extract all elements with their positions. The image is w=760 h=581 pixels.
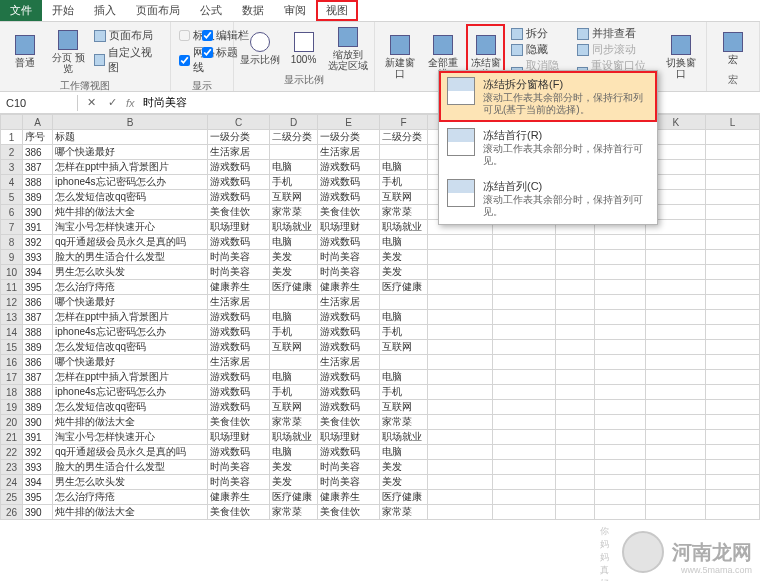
- cell[interactable]: [706, 475, 760, 490]
- tab-home[interactable]: 开始: [42, 0, 84, 21]
- cell[interactable]: 游戏数码: [208, 160, 270, 175]
- cell[interactable]: [595, 355, 646, 370]
- cell[interactable]: [706, 190, 760, 205]
- cell[interactable]: [555, 340, 595, 355]
- cell[interactable]: 男生怎么吹头发: [53, 475, 208, 490]
- cell[interactable]: 哪个快递最好: [53, 145, 208, 160]
- cell[interactable]: [706, 400, 760, 415]
- cell[interactable]: [428, 490, 493, 505]
- cell[interactable]: [428, 235, 493, 250]
- name-box[interactable]: C10: [0, 95, 78, 111]
- cell[interactable]: [428, 400, 493, 415]
- freeze-first-col-item[interactable]: 冻结首列(C)滚动工作表其余部分时，保持首列可见。: [439, 173, 657, 224]
- cell[interactable]: [270, 295, 318, 310]
- cell[interactable]: [595, 385, 646, 400]
- cell[interactable]: [555, 430, 595, 445]
- row-header[interactable]: 24: [1, 475, 23, 490]
- tab-insert[interactable]: 插入: [84, 0, 126, 21]
- cell[interactable]: 392: [23, 235, 53, 250]
- cell[interactable]: [646, 310, 706, 325]
- cell[interactable]: [555, 250, 595, 265]
- cell[interactable]: [706, 490, 760, 505]
- cell[interactable]: 生活家居: [208, 295, 270, 310]
- cell[interactable]: 游戏数码: [208, 325, 270, 340]
- cell[interactable]: [428, 445, 493, 460]
- row-header[interactable]: 17: [1, 370, 23, 385]
- pagelayout-button[interactable]: 页面布局: [94, 28, 162, 43]
- cell[interactable]: [555, 490, 595, 505]
- cell[interactable]: [428, 385, 493, 400]
- tab-file[interactable]: 文件: [0, 0, 42, 21]
- cell[interactable]: [646, 340, 706, 355]
- cell[interactable]: 怎样在ppt中插入背景图片: [53, 160, 208, 175]
- cell[interactable]: [428, 250, 493, 265]
- cell[interactable]: [428, 460, 493, 475]
- cell[interactable]: [646, 295, 706, 310]
- cell[interactable]: [595, 265, 646, 280]
- cell[interactable]: [428, 295, 493, 310]
- cell[interactable]: 390: [23, 505, 53, 520]
- cell[interactable]: qq开通超级会员永久是真的吗: [53, 445, 208, 460]
- row-header[interactable]: 7: [1, 220, 23, 235]
- cell[interactable]: [706, 175, 760, 190]
- sidebyside-button[interactable]: 并排查看: [577, 26, 656, 41]
- cell[interactable]: 手机: [270, 385, 318, 400]
- cell[interactable]: 游戏数码: [318, 160, 380, 175]
- cell[interactable]: 时尚美容: [318, 460, 380, 475]
- cell[interactable]: [428, 310, 493, 325]
- cell[interactable]: [706, 130, 760, 145]
- cell[interactable]: 386: [23, 295, 53, 310]
- cell[interactable]: [706, 295, 760, 310]
- cell[interactable]: [595, 370, 646, 385]
- col-header-D[interactable]: D: [270, 115, 318, 130]
- cell[interactable]: 怎样在ppt中插入背景图片: [53, 370, 208, 385]
- row-header[interactable]: 19: [1, 400, 23, 415]
- cell[interactable]: 游戏数码: [318, 310, 380, 325]
- cell[interactable]: [646, 280, 706, 295]
- newwindow-button[interactable]: 新建窗口: [381, 24, 420, 90]
- cell[interactable]: [493, 265, 555, 280]
- cell[interactable]: 炖牛排的做法大全: [53, 415, 208, 430]
- cell[interactable]: [595, 400, 646, 415]
- cell[interactable]: [493, 460, 555, 475]
- cell[interactable]: 医疗健康: [380, 490, 428, 505]
- cell[interactable]: 互联网: [380, 340, 428, 355]
- cell[interactable]: 游戏数码: [208, 175, 270, 190]
- cell[interactable]: [428, 415, 493, 430]
- cell[interactable]: 电脑: [270, 160, 318, 175]
- row-header[interactable]: 20: [1, 415, 23, 430]
- cell[interactable]: 美发: [380, 265, 428, 280]
- cell[interactable]: 393: [23, 460, 53, 475]
- cell[interactable]: 哪个快递最好: [53, 355, 208, 370]
- cell[interactable]: 电脑: [380, 445, 428, 460]
- tab-view[interactable]: 视图: [316, 0, 358, 21]
- cell[interactable]: [595, 340, 646, 355]
- cell[interactable]: [493, 310, 555, 325]
- cell[interactable]: [595, 505, 646, 520]
- cell[interactable]: 游戏数码: [318, 445, 380, 460]
- tab-formula[interactable]: 公式: [190, 0, 232, 21]
- cell[interactable]: 男生怎么吹头发: [53, 265, 208, 280]
- cell[interactable]: [595, 460, 646, 475]
- cell[interactable]: 时尚美容: [208, 460, 270, 475]
- cell[interactable]: 二级分类: [380, 130, 428, 145]
- cell[interactable]: 职场理财: [318, 220, 380, 235]
- formulabar-checkbox[interactable]: 编辑栏: [202, 28, 249, 43]
- cell[interactable]: 游戏数码: [208, 190, 270, 205]
- cell[interactable]: 时尚美容: [208, 475, 270, 490]
- cell[interactable]: [270, 145, 318, 160]
- cell[interactable]: [595, 310, 646, 325]
- cell[interactable]: 游戏数码: [318, 175, 380, 190]
- cell[interactable]: [428, 280, 493, 295]
- cell[interactable]: [595, 295, 646, 310]
- cell[interactable]: 序号: [23, 130, 53, 145]
- cell[interactable]: 395: [23, 490, 53, 505]
- cell[interactable]: [493, 385, 555, 400]
- cell[interactable]: 家常菜: [270, 415, 318, 430]
- col-header-F[interactable]: F: [380, 115, 428, 130]
- cell[interactable]: 电脑: [380, 235, 428, 250]
- cell[interactable]: [706, 235, 760, 250]
- cell[interactable]: 387: [23, 310, 53, 325]
- cell[interactable]: 393: [23, 250, 53, 265]
- cell[interactable]: 电脑: [380, 310, 428, 325]
